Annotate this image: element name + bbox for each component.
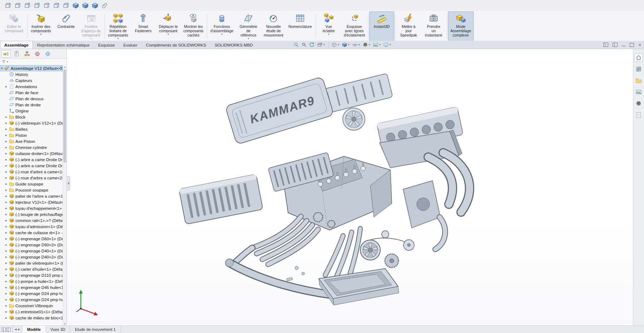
expand-arrow-icon[interactable]: ▶	[5, 116, 9, 119]
view-orientation-button[interactable]: ▼	[331, 42, 340, 48]
expand-arrow-icon[interactable]: ▶	[5, 158, 9, 161]
tree-item[interactable]: ▶(-) engrenage D40<2> (Défa	[0, 254, 63, 260]
task-pane-appearances-button[interactable]	[634, 99, 643, 108]
expand-arrow-icon[interactable]: ▶	[5, 85, 9, 88]
task-pane-file-explorer-button[interactable]	[634, 76, 643, 85]
view-split-controls[interactable]	[0, 326, 13, 333]
model-tab-mod-le[interactable]: Modèle	[23, 326, 46, 333]
manager-tab-configurationmanager[interactable]	[22, 50, 31, 58]
command-tab-evaluer[interactable]: Evaluer	[119, 41, 142, 49]
ribbon-button-instant3d[interactable]: Instant3D	[369, 11, 394, 42]
filter-caret-icon[interactable]: ▼	[6, 61, 9, 63]
tree-item[interactable]: ▶(-) engrenage D24 pmp huile	[0, 296, 63, 303]
ribbon-button-move-component[interactable]: Déplacer le composant▼	[156, 11, 181, 42]
expand-arrow-icon[interactable]: ▶	[5, 256, 9, 259]
expand-arrow-icon[interactable]: ▼	[1, 67, 4, 69]
tab-scroll-right-icon[interactable]: ▶	[18, 328, 20, 331]
tree-item[interactable]: ▶(-) vilebrequin V12<1> (Défa	[0, 120, 63, 126]
command-tab-compl-ments-de-solidworks[interactable]: Compléments de SOLIDWORKS	[142, 41, 210, 49]
tree-item[interactable]: ▶palier de l'arbre a came<1>	[0, 193, 63, 199]
ribbon-button-bom[interactable]: Nomenclature	[286, 11, 314, 42]
tree-item[interactable]: ▶tuyau d'admission<1> (Défa	[0, 223, 63, 230]
command-tab-solidworks-mbd[interactable]: SOLIDWORKS MBD	[210, 41, 257, 49]
tree-item[interactable]: ▶Poussoir soupape	[0, 187, 63, 193]
tree-item[interactable]: ▶(-) roue d'arbre a came<1> (	[0, 169, 63, 175]
tree-item[interactable]: ▶(-) arbre a came Droite Droit	[0, 156, 63, 163]
ribbon-button-motion-study[interactable]: Nouvelle étude de mouvement	[261, 11, 286, 42]
expand-arrow-icon[interactable]: ▶	[5, 237, 9, 240]
manager-tab-dimxpertmanager[interactable]	[33, 50, 42, 58]
expand-arrow-icon[interactable]: ▶	[5, 298, 9, 301]
tree-item[interactable]: ▶Block	[0, 114, 63, 120]
quick-access-button[interactable]	[52, 1, 60, 10]
expand-arrow-icon[interactable]: ▶	[5, 262, 9, 265]
hide-show-items-button[interactable]: ▼	[351, 42, 361, 48]
expand-arrow-icon[interactable]: ▶	[5, 201, 9, 204]
quick-access-button[interactable]	[71, 1, 80, 10]
tree-item[interactable]: ▶(-) engrenage D110 pmp a l'	[0, 272, 63, 278]
tree-item[interactable]: ▶(-) carter d'huile<1> (Défaut	[0, 266, 63, 272]
expand-arrow-icon[interactable]: ▶	[5, 219, 9, 222]
tree-item[interactable]: ▶common rail<1>->? (Défaut	[0, 217, 63, 223]
quick-access-button[interactable]	[4, 1, 12, 10]
expand-arrow-icon[interactable]: ▶	[5, 304, 9, 307]
tree-scrollbar[interactable]: ▲ ▼	[63, 65, 67, 326]
tree-item[interactable]: ▶Axe Piston	[0, 138, 63, 144]
tree-item[interactable]: Capteurs	[0, 77, 63, 83]
expand-arrow-icon[interactable]: ▶	[5, 292, 9, 295]
restore-button[interactable]	[630, 43, 634, 47]
tree-item[interactable]: ▶Chemise cylindre	[0, 144, 63, 150]
tree-item[interactable]: Plan de face	[0, 90, 63, 96]
expand-arrow-icon[interactable]: ▶	[5, 274, 9, 277]
edit-appearance-button[interactable]: ▼	[362, 42, 371, 48]
pane-right-icon[interactable]	[613, 43, 618, 47]
tree-item[interactable]: ▶Piston	[0, 132, 63, 138]
expand-arrow-icon[interactable]: ▶	[5, 189, 9, 192]
expand-arrow-icon[interactable]: ▶	[5, 122, 9, 125]
tree-item-root[interactable]: ▼Assemblage V12 (Défaut<<Déf▲	[0, 65, 63, 71]
ribbon-button-linear-pattern[interactable]: Répétition linéaire de composants▼	[106, 11, 131, 42]
manager-tab-featuremanager[interactable]	[1, 50, 11, 58]
previous-view-button[interactable]	[308, 42, 316, 48]
manager-tab-propertymanager[interactable]	[12, 50, 21, 58]
expand-arrow-icon[interactable]: ▶	[5, 177, 9, 179]
quick-access-button[interactable]	[91, 1, 99, 10]
expand-arrow-icon[interactable]: ▶	[5, 231, 9, 234]
tab-scroll-arrows[interactable]: ◀ ▶	[13, 326, 23, 333]
expand-arrow-icon[interactable]: ▶	[5, 213, 9, 216]
expand-arrow-icon[interactable]: ▶	[5, 128, 9, 131]
expand-arrow-icon[interactable]: ▶	[5, 250, 9, 252]
expand-arrow-icon[interactable]: ▶	[5, 146, 9, 149]
expand-arrow-icon[interactable]: ▶	[5, 134, 9, 137]
tree-item[interactable]: Origine	[0, 108, 63, 114]
tree-item[interactable]: History	[0, 71, 63, 77]
tree-item[interactable]: Plan de dessus	[0, 96, 63, 102]
tree-item[interactable]: ▶(-) entretoise01<1> (Défaut<	[0, 309, 63, 315]
expand-arrow-icon[interactable]: ▶	[5, 195, 9, 198]
quick-access-button[interactable]	[100, 1, 109, 10]
expand-arrow-icon[interactable]: ▶	[5, 286, 9, 289]
scroll-down-icon[interactable]: ▼	[63, 323, 67, 325]
expand-arrow-icon[interactable]: ▶	[5, 183, 9, 185]
filter-icon[interactable]	[1, 59, 6, 64]
tree-item[interactable]: ▶(-) engrenage D40<1> (Défa	[0, 248, 63, 254]
command-tab-repr-sentation-sch-matique[interactable]: Représentation schématique	[33, 41, 94, 49]
tree-item[interactable]: ▶(-) bougie de préchauffage<	[0, 211, 63, 217]
display-style-button[interactable]: ▼	[341, 42, 351, 48]
task-pane-home-button[interactable]	[634, 53, 643, 62]
manager-tab-displaymanager[interactable]	[43, 50, 52, 58]
quick-access-button[interactable]	[62, 1, 70, 10]
rollup-icon[interactable]: ▲	[59, 66, 62, 68]
expand-arrow-icon[interactable]: ▶	[5, 225, 9, 228]
ribbon-button-explode-sketch[interactable]: Esquisse avec lignes d'éclatement	[341, 11, 367, 42]
tree-item[interactable]: ▶(-) engrenage D24 pmp huile	[0, 290, 63, 296]
ribbon-button-reference-geometry[interactable]: Géométrie de référence▼	[236, 11, 261, 42]
split-pane-icon[interactable]	[2, 328, 6, 332]
tree-item[interactable]: ▶(-) engrenage D45 huile<1>	[0, 284, 63, 290]
expand-arrow-icon[interactable]: ▶	[5, 170, 9, 173]
tree-item[interactable]: ▶(-) arbre a came Droite Droit	[0, 163, 63, 169]
scroll-up-icon[interactable]: ▲	[63, 66, 67, 68]
tree-item[interactable]: ▶Guide soupape	[0, 181, 63, 187]
expand-arrow-icon[interactable]: ▶	[5, 164, 9, 167]
view-settings-button[interactable]: ▼	[382, 42, 392, 48]
